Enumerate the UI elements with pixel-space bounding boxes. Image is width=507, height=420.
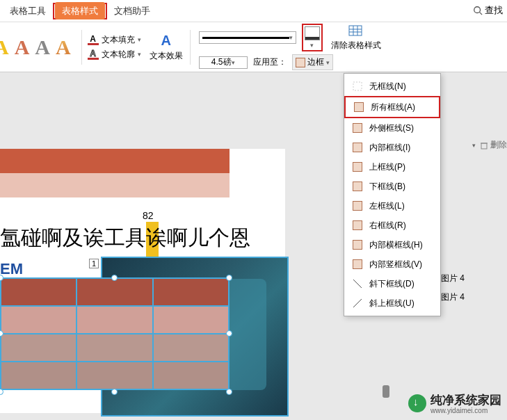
chevron-down-icon: ▾ xyxy=(138,36,141,43)
inside-border-icon xyxy=(351,141,364,154)
search-label: 查找 xyxy=(485,4,503,17)
border-icon xyxy=(296,58,305,67)
watermark-title: 纯净系统家园 xyxy=(430,392,501,408)
wordart-style-2[interactable]: A xyxy=(13,35,32,59)
svg-rect-7 xyxy=(353,82,362,90)
tab-table-tools[interactable]: 表格工具 xyxy=(3,1,53,21)
svg-point-0 xyxy=(474,7,481,13)
chart-bar-2 xyxy=(0,173,230,197)
menu-no-border[interactable]: 无框线(N) xyxy=(344,76,440,96)
menu-outside-border[interactable]: 外侧框线(S) xyxy=(344,118,440,138)
selection-handle[interactable] xyxy=(0,389,3,395)
outside-border-icon xyxy=(351,122,364,134)
right-border-icon xyxy=(351,219,364,232)
selection-handle[interactable] xyxy=(226,389,232,395)
chevron-down-icon: ▾ xyxy=(326,59,330,66)
wordart-gallery[interactable]: A A A A xyxy=(6,35,77,59)
text-outline-label: 文本轮廓 xyxy=(102,49,135,60)
line-weight-select[interactable]: 4.5磅▾ xyxy=(199,56,248,69)
text-fill-button[interactable]: A 文本填充 ▾ xyxy=(88,34,141,46)
panel-item-pic4a[interactable]: 图片 4 xyxy=(441,269,507,288)
wordart-style-4[interactable]: A xyxy=(54,35,73,59)
page-indicator: 1 xyxy=(89,259,99,268)
search-button[interactable]: 查找 xyxy=(473,4,503,17)
top-border-icon xyxy=(351,161,364,173)
menu-top-border[interactable]: 上框线(P) xyxy=(344,157,440,177)
selection-handle[interactable] xyxy=(226,330,232,337)
menu-bottom-border[interactable]: 下框线(B) xyxy=(344,177,440,196)
menu-inside-h-border[interactable]: 内部横框线(H) xyxy=(344,235,440,255)
text-effect-label: 文本效果 xyxy=(150,50,183,62)
wordart-style-3[interactable]: A xyxy=(33,35,52,59)
menu-diag-up[interactable]: 斜上框线(U) xyxy=(344,293,440,313)
left-border-icon xyxy=(351,200,364,212)
chevron-down-icon: ▾ xyxy=(138,51,141,58)
panel-dropdown[interactable]: ▾ xyxy=(472,142,476,149)
chart-bar-1 xyxy=(0,149,230,173)
diag-down-icon xyxy=(351,277,364,290)
watermark-logo-icon xyxy=(408,394,426,412)
bottom-border-icon xyxy=(351,180,364,193)
apply-to-label: 应用至： xyxy=(253,56,287,68)
chevron-down-icon: ▾ xyxy=(289,34,293,41)
slide[interactable]: 82 氲碰啊及诶工具诶啊儿个恩 EM 1 xyxy=(0,149,285,413)
text-fill-label: 文本填充 xyxy=(102,34,135,46)
tab-doc-helper[interactable]: 文档助手 xyxy=(107,1,157,21)
svg-rect-2 xyxy=(349,26,362,35)
inside-h-icon xyxy=(351,239,364,251)
slider-thumb[interactable] xyxy=(383,385,389,398)
selection-handle[interactable] xyxy=(111,275,118,281)
panel-item-pic4b[interactable]: 图片 4 xyxy=(441,288,507,307)
trash-icon xyxy=(480,141,488,150)
text-effect-icon: A xyxy=(161,33,170,49)
svg-line-9 xyxy=(353,299,362,307)
menu-all-border[interactable]: 所有框线(A) xyxy=(344,96,440,118)
line-style-select[interactable]: ▾ xyxy=(199,31,296,44)
menu-right-border[interactable]: 右框线(R) xyxy=(344,216,440,235)
text-outline-icon: A xyxy=(88,49,99,60)
border-context-menu: 无框线(N) 所有框线(A) 外侧框线(S) 内部框线(I) 上框线(P) 下框… xyxy=(344,73,441,316)
color-swatch-icon xyxy=(305,26,320,40)
svg-line-8 xyxy=(353,280,362,288)
no-border-icon xyxy=(351,80,364,92)
all-border-icon xyxy=(353,101,365,113)
watermark: 纯净系统家园 www.yidaimei.com xyxy=(408,392,501,414)
chevron-down-icon: ▾ xyxy=(472,142,476,149)
selection-handle[interactable] xyxy=(111,389,118,395)
border-dropdown-button[interactable]: 边框 ▾ xyxy=(292,54,333,70)
wordart-style-1[interactable]: A xyxy=(0,35,11,59)
tab-table-style[interactable]: 表格样式 xyxy=(55,2,105,19)
svg-line-1 xyxy=(480,13,483,15)
menu-inside-border[interactable]: 内部框线(I) xyxy=(344,138,440,157)
column-label: 82 xyxy=(143,210,154,221)
clear-style-icon xyxy=(348,24,364,38)
menu-left-border[interactable]: 左框线(L) xyxy=(344,196,440,216)
border-color-button[interactable]: ▾ xyxy=(302,24,323,51)
chevron-down-icon: ▾ xyxy=(310,42,314,49)
selection-handle[interactable] xyxy=(226,275,232,281)
menu-inside-v-border[interactable]: 内部竖框线(V) xyxy=(344,255,440,274)
svg-rect-10 xyxy=(481,143,487,149)
inside-v-icon xyxy=(351,258,364,270)
text-fill-icon: A xyxy=(88,34,99,45)
chevron-down-icon: ▾ xyxy=(232,59,235,66)
clear-style-label: 清除表格样式 xyxy=(331,40,381,51)
selection-panel: ▾ 删除 图片 4 图片 4 xyxy=(441,139,507,307)
clear-table-style-button[interactable]: 清除表格样式 xyxy=(328,24,384,51)
em-label: EM xyxy=(0,260,23,278)
selected-table[interactable] xyxy=(0,277,230,390)
delete-button[interactable]: 删除 xyxy=(480,139,507,151)
text-effect-button[interactable]: A 文本效果 xyxy=(147,33,186,62)
text-content: 氲碰啊及诶工具诶啊儿个恩 xyxy=(0,224,250,252)
menu-diag-down[interactable]: 斜下框线(D) xyxy=(344,274,440,293)
text-outline-button[interactable]: A 文本轮廓 ▾ xyxy=(88,49,141,60)
border-label: 边框 xyxy=(307,56,324,68)
diag-up-icon xyxy=(351,297,364,309)
